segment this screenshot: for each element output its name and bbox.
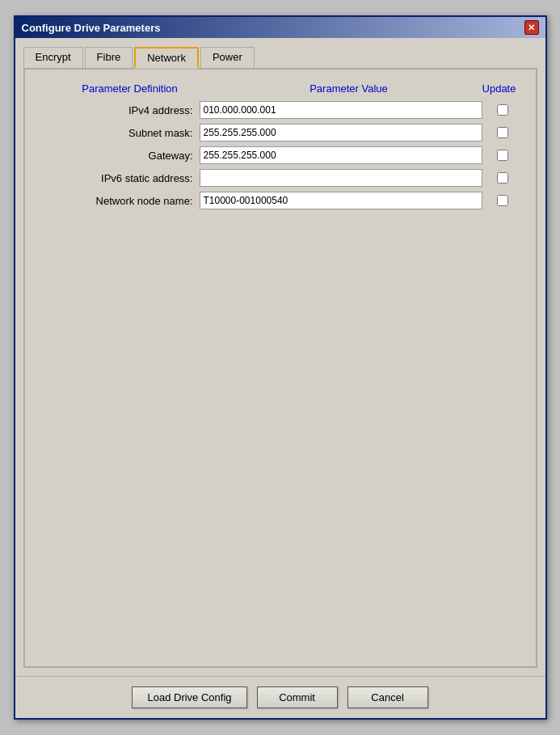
param-row-ipv6: IPv6 static address: [38, 169, 523, 187]
tab-fibre[interactable]: Fibre [85, 47, 133, 69]
label-ipv4: IPv4 address: [38, 104, 200, 116]
close-button[interactable]: ✕ [524, 20, 539, 35]
label-gateway: Gateway: [38, 150, 200, 162]
cancel-button[interactable]: Cancel [347, 686, 428, 708]
label-subnet: Subnet mask: [38, 127, 200, 139]
tab-encrypt[interactable]: Encrypt [23, 47, 83, 69]
header-param-val: Parameter Value [219, 82, 479, 95]
param-row-nodename: Network node name: [38, 192, 523, 209]
checkbox-nodename-container [482, 195, 523, 206]
header-param-def: Parameter Definition [41, 82, 219, 95]
content-area: Parameter Definition Parameter Value Upd… [23, 70, 537, 668]
input-ipv6[interactable] [200, 169, 482, 187]
window-title: Configure Drive Parameters [22, 22, 161, 34]
label-ipv6: IPv6 static address: [38, 172, 200, 184]
param-row-ipv4: IPv4 address: [38, 101, 523, 119]
bottom-bar: Load Drive Config Commit Cancel [15, 676, 545, 718]
window-body: Encrypt Fibre Network Power Parameter De… [15, 38, 545, 676]
input-subnet[interactable] [200, 124, 482, 142]
input-gateway[interactable] [200, 146, 482, 164]
param-row-gateway: Gateway: [38, 146, 523, 164]
commit-button[interactable]: Commit [257, 686, 338, 708]
tab-bar: Encrypt Fibre Network Power [23, 46, 537, 70]
checkbox-nodename[interactable] [497, 195, 508, 206]
params-header: Parameter Definition Parameter Value Upd… [38, 82, 523, 95]
checkbox-gateway[interactable] [497, 150, 508, 161]
checkbox-ipv4[interactable] [497, 104, 508, 116]
checkbox-subnet[interactable] [497, 127, 508, 138]
header-update: Update [479, 82, 520, 95]
tab-network[interactable]: Network [134, 47, 199, 69]
checkbox-gateway-container [482, 150, 523, 161]
checkbox-ipv6-container [482, 172, 523, 184]
label-nodename: Network node name: [38, 195, 200, 207]
checkbox-ipv4-container [482, 104, 523, 116]
configure-drive-window: Configure Drive Parameters ✕ Encrypt Fib… [14, 15, 547, 720]
param-row-subnet: Subnet mask: [38, 124, 523, 142]
input-ipv4[interactable] [200, 101, 482, 119]
checkbox-ipv6[interactable] [497, 172, 508, 184]
checkbox-subnet-container [482, 127, 523, 138]
tab-power[interactable]: Power [200, 47, 255, 69]
load-drive-config-button[interactable]: Load Drive Config [132, 686, 246, 708]
input-nodename[interactable] [200, 192, 482, 209]
title-bar: Configure Drive Parameters ✕ [15, 17, 545, 38]
